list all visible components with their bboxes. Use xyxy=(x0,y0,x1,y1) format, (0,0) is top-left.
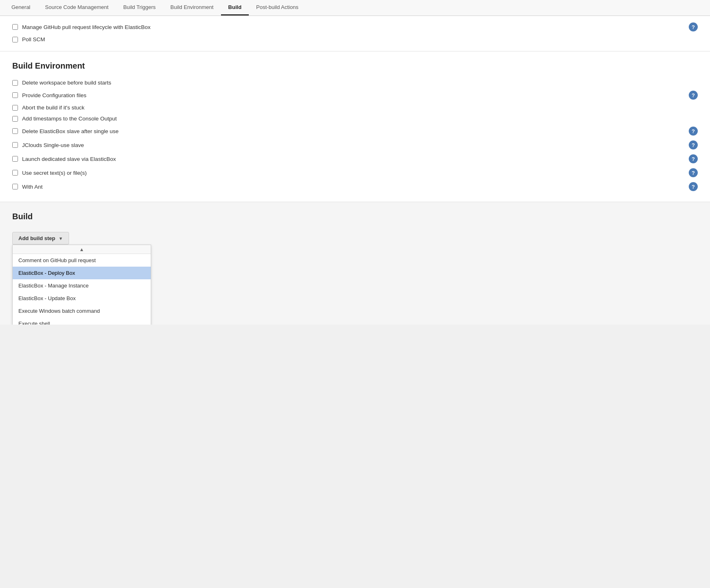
dropdown-item[interactable]: ElasticBox - Deploy Box xyxy=(13,267,151,279)
build-env-checkbox-row: JClouds Single-use slave? xyxy=(12,138,698,152)
top-checkbox-label: Manage GitHub pull request lifecycle wit… xyxy=(22,24,150,30)
build-env-checkboxes: Delete workspace before build startsProv… xyxy=(12,77,698,194)
dropdown-item[interactable]: Execute shell xyxy=(13,317,151,325)
scroll-up-button[interactable]: ▲ xyxy=(13,245,151,254)
help-icon[interactable]: ? xyxy=(689,154,698,163)
tab-source-code-management[interactable]: Source Code Management xyxy=(38,0,116,16)
top-checkbox[interactable] xyxy=(12,24,18,30)
build-env-checkbox[interactable] xyxy=(12,80,18,86)
top-checkbox-label: Poll SCM xyxy=(22,36,45,42)
build-env-checkbox-row: Delete workspace before build starts xyxy=(12,77,698,88)
help-icon[interactable]: ? xyxy=(689,22,698,31)
build-step-dropdown: ▲ Comment on GitHub pull requestElasticB… xyxy=(12,245,151,325)
build-env-checkbox[interactable] xyxy=(12,142,18,148)
dropdown-arrow-icon: ▼ xyxy=(58,236,63,241)
help-icon[interactable]: ? xyxy=(689,127,698,136)
dropdown-item[interactable]: Execute Windows batch command xyxy=(13,305,151,317)
add-build-step-label: Add build step xyxy=(18,235,55,241)
tab-build-triggers[interactable]: Build Triggers xyxy=(116,0,163,16)
build-env-checkbox-row: Abort the build if it's stuck xyxy=(12,102,698,113)
build-env-checkbox-label: Delete ElasticBox slave after single use xyxy=(22,128,118,134)
add-build-step-button[interactable]: Add build step ▼ xyxy=(12,232,69,245)
build-env-checkbox-label: Provide Configuration files xyxy=(22,92,87,98)
build-env-checkbox-label: Add timestamps to the Console Output xyxy=(22,116,117,122)
build-env-checkbox[interactable] xyxy=(12,170,18,176)
build-env-checkbox-row: Launch dedicated slave via ElasticBox? xyxy=(12,152,698,166)
top-checkbox[interactable] xyxy=(12,37,18,42)
build-environment-section: Build Environment Delete workspace befor… xyxy=(0,51,710,202)
build-environment-title: Build Environment xyxy=(12,61,698,71)
add-build-step-container: Add build step ▼ ▲ Comment on GitHub pul… xyxy=(12,232,69,245)
tab-general[interactable]: General xyxy=(4,0,38,16)
build-env-checkbox[interactable] xyxy=(12,184,18,189)
help-icon[interactable]: ? xyxy=(689,140,698,149)
build-env-checkbox-row: With Ant? xyxy=(12,180,698,194)
tab-post-build-actions[interactable]: Post-build Actions xyxy=(249,0,306,16)
build-env-checkbox-row: Add timestamps to the Console Output xyxy=(12,113,698,124)
dropdown-item[interactable]: Comment on GitHub pull request xyxy=(13,254,151,267)
build-env-checkbox[interactable] xyxy=(12,128,18,134)
build-env-checkbox-label: Launch dedicated slave via ElasticBox xyxy=(22,156,116,162)
build-env-checkbox[interactable] xyxy=(12,156,18,162)
top-checkboxes-section: Manage GitHub pull request lifecycle wit… xyxy=(0,16,710,51)
help-icon[interactable]: ? xyxy=(689,91,698,100)
build-env-checkbox-label: With Ant xyxy=(22,184,42,190)
build-env-checkbox-row: Provide Configuration files? xyxy=(12,88,698,102)
build-env-checkbox-label: Delete workspace before build starts xyxy=(22,80,111,86)
dropdown-items-list: Comment on GitHub pull requestElasticBox… xyxy=(13,254,151,325)
build-env-checkbox[interactable] xyxy=(12,92,18,98)
build-env-checkbox-row: Use secret text(s) or file(s)? xyxy=(12,166,698,180)
tab-build-environment[interactable]: Build Environment xyxy=(163,0,221,16)
top-checkbox-row: Manage GitHub pull request lifecycle wit… xyxy=(12,20,698,34)
dropdown-item[interactable]: ElasticBox - Manage Instance xyxy=(13,279,151,292)
help-icon[interactable]: ? xyxy=(689,182,698,191)
build-env-checkbox-label: Abort the build if it's stuck xyxy=(22,105,85,111)
build-env-checkbox-label: Use secret text(s) or file(s) xyxy=(22,170,87,176)
build-section: Build Add build step ▼ ▲ Comment on GitH… xyxy=(0,202,710,325)
build-env-checkbox[interactable] xyxy=(12,105,18,111)
build-env-checkbox-row: Delete ElasticBox slave after single use… xyxy=(12,124,698,138)
build-title: Build xyxy=(12,212,698,221)
dropdown-item[interactable]: ElasticBox - Update Box xyxy=(13,292,151,305)
tab-bar: GeneralSource Code ManagementBuild Trigg… xyxy=(0,0,710,16)
tab-build[interactable]: Build xyxy=(221,0,249,16)
help-icon[interactable]: ? xyxy=(689,168,698,177)
top-checkbox-row: Poll SCM xyxy=(12,34,698,45)
build-env-checkbox[interactable] xyxy=(12,116,18,122)
build-env-checkbox-label: JClouds Single-use slave xyxy=(22,142,84,148)
